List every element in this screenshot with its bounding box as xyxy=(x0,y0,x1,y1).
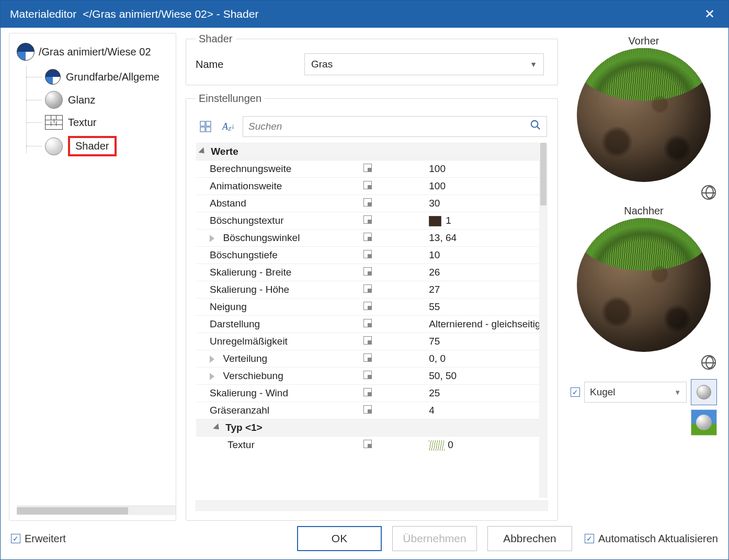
prop-name: Böschungstiefe xyxy=(196,247,311,264)
expand-icon[interactable] xyxy=(210,373,214,380)
tree-item-shader[interactable]: Shader xyxy=(45,133,176,159)
prop-marker xyxy=(311,212,425,230)
prop-value[interactable]: 100 xyxy=(425,161,539,178)
prop-marker xyxy=(311,368,425,385)
prop-marker xyxy=(311,195,425,212)
prop-value[interactable]: 0, 0 xyxy=(425,350,539,368)
preview-shape-combo[interactable]: Kugel ▼ xyxy=(584,382,687,403)
categorize-button[interactable] xyxy=(197,118,214,135)
search-input[interactable] xyxy=(248,121,530,132)
collapse-icon xyxy=(198,147,207,156)
preview-shape-button[interactable] xyxy=(691,379,717,405)
material-editor-window: Materialeditor </Gras animiert/Wiese 02>… xyxy=(0,0,729,560)
property-grid: Werte Berechnungsweite100Animationsweite… xyxy=(196,142,548,498)
shader-legend: Shader xyxy=(196,33,236,45)
apply-button[interactable]: Übernehmen xyxy=(392,526,477,551)
prop-row[interactable]: Gräseranzahl4 xyxy=(196,402,539,419)
prop-name: Böschungstextur xyxy=(196,212,311,230)
ok-button[interactable]: OK xyxy=(297,526,382,551)
settings-group: Einstellungen AZ↓ xyxy=(186,93,558,521)
svg-rect-1 xyxy=(206,121,211,126)
prop-value[interactable]: 75 xyxy=(425,333,539,350)
chevron-down-icon: ▼ xyxy=(674,388,681,396)
auto-update-label: Automatisch Aktualisieren xyxy=(598,533,718,545)
group-header-label: Werte xyxy=(211,146,238,157)
tree-root[interactable]: /Gras animiert/Wiese 02 xyxy=(17,41,176,63)
close-icon[interactable]: ✕ xyxy=(700,5,719,24)
prop-row[interactable]: Böschungswinkel13, 64 xyxy=(196,230,539,247)
prop-marker xyxy=(311,385,425,402)
grass-swatch-icon xyxy=(429,440,445,451)
advanced-label: Erweitert xyxy=(25,533,66,545)
tree-item-grundfarbe[interactable]: Grundfarbe/Allgeme xyxy=(45,66,176,88)
prop-group-header[interactable]: Werte xyxy=(196,143,539,161)
sphere-icon xyxy=(45,91,63,109)
prop-value[interactable]: 13, 64 xyxy=(425,230,539,247)
prop-name: Gräseranzahl xyxy=(196,402,311,419)
expand-icon[interactable] xyxy=(210,235,214,242)
prop-value[interactable]: 10 xyxy=(425,247,539,264)
advanced-checkbox[interactable]: ✓ xyxy=(11,534,20,543)
prop-value[interactable]: 4 xyxy=(425,402,539,419)
svg-line-5 xyxy=(537,127,540,130)
prop-row[interactable]: Berechnungsweite100 xyxy=(196,161,539,178)
preview-enable-checkbox[interactable]: ✓ xyxy=(571,387,580,397)
preview-before-label: Vorher xyxy=(629,35,659,47)
horizontal-scrollbar[interactable] xyxy=(196,500,548,511)
pie-icon xyxy=(45,69,61,85)
prop-row[interactable]: Skalierung - Höhe27 xyxy=(196,281,539,299)
prop-row[interactable]: Böschungstiefe10 xyxy=(196,247,539,264)
prop-row[interactable]: Skalierung - Breite26 xyxy=(196,264,539,281)
prop-value[interactable]: 25 xyxy=(425,385,539,402)
sphere-icon xyxy=(697,385,711,399)
prop-subgroup-header[interactable]: Typ <1> xyxy=(196,419,539,437)
preview-after-label: Nachher xyxy=(624,205,664,217)
prop-row[interactable]: Abstand30 xyxy=(196,195,539,212)
prop-row[interactable]: Textur 0 xyxy=(196,437,539,454)
prop-row[interactable]: Verteilung0, 0 xyxy=(196,350,539,368)
search-field[interactable] xyxy=(243,116,547,137)
prop-value[interactable]: 50, 50 xyxy=(425,368,539,385)
prop-row[interactable]: Unregelmäßigkeit75 xyxy=(196,333,539,350)
title-breadcrumb: </Gras animiert/Wiese 02> - Shader xyxy=(83,8,258,20)
tree-item-label: Textur xyxy=(68,117,96,129)
prop-name: Neigung xyxy=(196,299,311,316)
globe-icon[interactable] xyxy=(701,355,716,370)
prop-value[interactable]: Alternierend - gleichseitig xyxy=(425,316,539,333)
prop-row[interactable]: Böschungstextur1 xyxy=(196,212,539,230)
prop-row[interactable]: Verschiebung50, 50 xyxy=(196,368,539,385)
tree-item-label: Shader xyxy=(68,136,117,156)
prop-value[interactable]: 26 xyxy=(425,264,539,281)
prop-value[interactable]: 27 xyxy=(425,281,539,299)
scroll-thumb[interactable] xyxy=(540,143,546,205)
prop-value[interactable]: 100 xyxy=(425,178,539,195)
sort-az-button[interactable]: AZ↓ xyxy=(220,118,237,135)
svg-rect-3 xyxy=(206,127,211,132)
prop-name: Textur xyxy=(196,437,311,454)
prop-value[interactable]: 1 xyxy=(425,212,539,230)
prop-value[interactable]: 55 xyxy=(425,299,539,316)
prop-value[interactable]: 30 xyxy=(425,195,539,212)
material-icon xyxy=(17,43,35,61)
shader-name-combo[interactable]: Gras ▼ xyxy=(304,53,544,75)
prop-row[interactable]: Skalierung - Wind25 xyxy=(196,385,539,402)
preview-background-button[interactable] xyxy=(691,409,717,436)
cancel-button[interactable]: Abbrechen xyxy=(487,526,572,551)
prop-row[interactable]: DarstellungAlternierend - gleichseitig xyxy=(196,316,539,333)
auto-update-checkbox[interactable]: ✓ xyxy=(585,534,594,543)
tree-item-glanz[interactable]: Glanz xyxy=(45,88,176,112)
horizontal-scrollbar[interactable] xyxy=(17,506,176,515)
prop-name: Skalierung - Wind xyxy=(196,385,311,402)
settings-legend: Einstellungen xyxy=(196,93,265,105)
brick-icon xyxy=(45,115,63,130)
prop-row[interactable]: Neigung55 xyxy=(196,299,539,316)
prop-row[interactable]: Animationsweite100 xyxy=(196,178,539,195)
prop-value[interactable]: 0 xyxy=(425,437,539,454)
globe-icon[interactable] xyxy=(701,185,716,200)
scroll-thumb[interactable] xyxy=(17,507,128,515)
tree-item-textur[interactable]: Textur xyxy=(45,112,176,133)
vertical-scrollbar[interactable] xyxy=(539,143,548,498)
expand-icon[interactable] xyxy=(210,356,214,363)
prop-name: Verteilung xyxy=(196,350,311,368)
prop-marker xyxy=(311,333,425,350)
